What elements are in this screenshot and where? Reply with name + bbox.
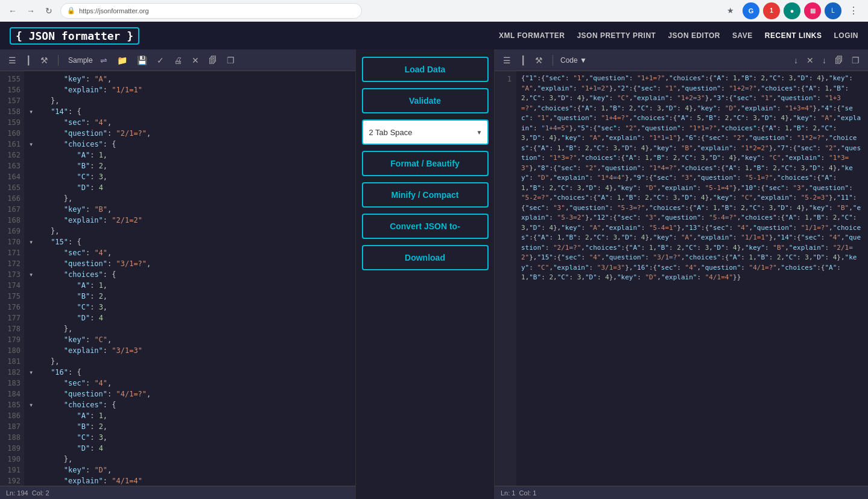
back-button[interactable]: ← [6,4,19,17]
save-icon[interactable]: 💾 [135,54,150,66]
nav-save[interactable]: SAVE [732,29,753,42]
right-save-icon[interactable]: ↓ [820,54,829,66]
main-layout: ☰ ┃ ⚒ Sample ⇌ 📁 💾 ✓ 🖨 ✕ 🗐 ❐ 15515615715… [0,49,868,499]
ext-icon-5[interactable]: L [825,2,841,19]
forward-button[interactable]: → [24,4,37,17]
middle-tools-panel: Load Data Validate 2 Tab Space 4 Tab Spa… [356,49,495,499]
convert-json-button[interactable]: Convert JSON to- [362,214,489,239]
browser-action-icons: ★ G 1 ● ▩ L ⋮ [722,2,862,19]
lock-icon: 🔒 [67,7,75,14]
expand-icon[interactable]: ❐ [224,54,237,66]
browser-chrome: ← → ↻ 🔒 https://jsonformatter.org ★ G 1 … [0,0,868,22]
nav-login[interactable]: LOGIN [834,29,859,42]
folder-icon[interactable]: 📁 [115,54,130,66]
check-icon[interactable]: ✓ [154,54,166,66]
format-beautify-button[interactable]: Format / Beautify [362,151,489,176]
right-status-bar: Ln: 1 Col: 1 [495,486,868,499]
left-status-bar: Ln: 194 Col: 2 [0,486,355,499]
right-wrench-icon[interactable]: ⚒ [533,54,545,66]
right-code-area: 1 {"1":{"sec": "1","question": "1+1=?","… [495,71,868,486]
refresh-button[interactable]: ↻ [42,4,55,17]
ext-icon-3[interactable]: ● [784,2,800,19]
right-toolbar: ☰ ┃ ⚒ Code ▼ ↓ ✕ ↓ 🗐 ❐ [495,49,868,71]
nav-recent-links[interactable]: RECENT LINKS [765,29,822,42]
menu-button[interactable]: ⋮ [845,2,862,19]
list-icon[interactable]: ┃ [24,54,33,66]
tab-space-wrapper: 2 Tab Space 4 Tab Space Tab Space [362,119,489,145]
left-editor-panel: ☰ ┃ ⚒ Sample ⇌ 📁 💾 ✓ 🖨 ✕ 🗐 ❐ 15515615715… [0,49,356,499]
right-output-panel: ☰ ┃ ⚒ Code ▼ ↓ ✕ ↓ 🗐 ❐ 1 {"1":{"sec": "1… [495,49,868,499]
nav-json-editor[interactable]: JSON EDITOR [668,29,720,42]
right-hamburger-icon[interactable]: ☰ [501,54,513,66]
ext-icon-1[interactable]: G [743,2,759,19]
hamburger-icon[interactable]: ☰ [6,54,19,66]
separator-1 [58,55,59,66]
right-copy-icon[interactable]: 🗐 [832,54,846,66]
right-download-icon[interactable]: ↓ [791,54,800,66]
share-icon[interactable]: ⇌ [98,54,110,66]
code-dropdown-label[interactable]: Code ▼ [560,56,587,65]
right-code-content[interactable]: {"1":{"sec": "1","question": "1+1=?","ch… [516,71,868,486]
left-toolbar: ☰ ┃ ⚒ Sample ⇌ 📁 💾 ✓ 🖨 ✕ 🗐 ❐ [0,49,355,71]
validate-button[interactable]: Validate [362,88,489,113]
copy-icon[interactable]: 🗐 [206,54,220,66]
right-ln-col: Ln: 1 Col: 1 [501,489,536,497]
right-close-icon[interactable]: ✕ [804,54,816,66]
load-data-button[interactable]: Load Data [362,57,489,82]
left-code-area: 1551561571581591601611621631641651661671… [0,71,355,486]
right-list-icon[interactable]: ┃ [518,54,528,66]
left-code-content[interactable]: "key": "A", "explain": "1/1=1" }, ▾ "14"… [24,71,355,486]
right-separator-1 [553,55,553,66]
left-ln-col: Ln: 194 Col: 2 [6,489,49,497]
ext-icon-2[interactable]: 1 [763,2,780,19]
wrench-icon[interactable]: ⚒ [38,54,51,66]
ext-icon-4[interactable]: ▩ [804,2,821,19]
print-icon[interactable]: 🖨 [171,54,185,66]
tab-space-select[interactable]: 2 Tab Space 4 Tab Space Tab Space [362,119,489,145]
bookmark-button[interactable]: ★ [722,2,739,19]
url-text: https://jsonformatter.org [79,7,149,14]
close-icon[interactable]: ✕ [189,54,201,66]
line-numbers: 1551561571581591601611621631641651661671… [0,71,24,486]
site-logo: { JSON formatter } [10,27,139,45]
nav-json-pretty-print[interactable]: JSON PRETTY PRINT [577,29,656,42]
address-bar[interactable]: 🔒 https://jsonformatter.org [60,3,362,19]
right-expand-icon[interactable]: ❐ [849,54,862,66]
top-navigation: { JSON formatter } XML FORMATTER JSON PR… [0,22,868,49]
download-button[interactable]: Download [362,245,489,270]
sample-label: Sample [68,56,93,65]
nav-links: XML FORMATTER JSON PRETTY PRINT JSON EDI… [499,29,858,42]
minify-compact-button[interactable]: Minify / Compact [362,182,489,208]
nav-xml-formatter[interactable]: XML FORMATTER [499,29,565,42]
right-line-number: 1 [495,71,516,486]
